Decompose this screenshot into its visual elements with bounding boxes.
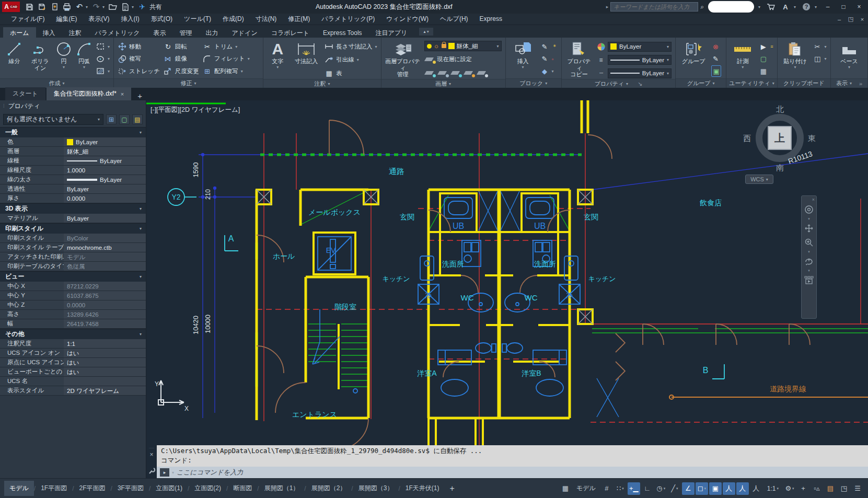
palette-row[interactable]: 透過性ByLayer — [0, 184, 146, 194]
copy-clip-button[interactable]: ◫▾ — [813, 53, 827, 65]
palette-row[interactable]: 印刷テーブルのタイプ色従属 — [0, 262, 146, 271]
open-folder-button[interactable] — [107, 2, 119, 12]
text-button[interactable]: A 文字 ▾ — [267, 39, 288, 70]
panel-label-utilities[interactable]: ユーティリティ▾ — [726, 78, 777, 88]
viewcube[interactable]: 上 北 西 東 南 — [754, 112, 806, 164]
annotation-autoscale-icon[interactable]: 人 — [736, 482, 749, 495]
layout-tab[interactable]: 立面図(1) — [151, 481, 188, 496]
save-as-button[interactable] — [36, 2, 48, 12]
palette-row[interactable]: 印刷スタイル テーブ...monochrome.ctb — [0, 243, 146, 252]
palette-row[interactable]: ビューポートごとの U...はい — [0, 367, 146, 377]
viewcube-west[interactable]: 西 — [743, 134, 751, 144]
layout-tab[interactable]: 1F天井伏(1) — [400, 481, 445, 496]
command-input[interactable]: ここにコマンドを入力 — [177, 468, 243, 477]
palette-row[interactable]: 中心 X87212.0229 — [0, 282, 146, 291]
new-layout-button[interactable]: + — [444, 484, 459, 493]
object-color-dropdown[interactable]: ByLayer▾ — [608, 42, 672, 52]
layout-tab[interactable]: 展開図（3） — [353, 481, 399, 496]
ellipse-button[interactable]: ▾ — [96, 53, 110, 65]
palette-row[interactable]: 幅26419.7458 — [0, 319, 146, 329]
rotate-button[interactable]: ↻回転 — [164, 41, 199, 52]
ortho-mode-icon[interactable]: ∟ — [641, 482, 654, 495]
menu-item[interactable]: 修正(M) — [282, 14, 316, 24]
palette-row[interactable]: 印刷スタイルByColor — [0, 234, 146, 243]
arc-button[interactable]: 円弧 ▾ — [76, 39, 92, 70]
menu-item[interactable]: 作成(D) — [217, 14, 250, 24]
palette-row[interactable]: 色ByLayer — [0, 137, 146, 147]
block-attributes-button[interactable]: ◆▾ — [540, 65, 558, 77]
menu-item[interactable]: パラメトリック(P) — [316, 14, 380, 24]
layout-tab[interactable]: 断面図 — [228, 481, 257, 496]
insert-block-button[interactable]: 挿入 ▾ — [510, 39, 537, 70]
menu-item[interactable]: 表示(V) — [83, 14, 115, 24]
minimize-button[interactable]: – — [821, 1, 835, 13]
table-button[interactable]: ▦表 — [325, 67, 377, 79]
ribbon-tab[interactable]: コラボレート — [264, 27, 316, 39]
viewport-label[interactable]: [-][平面図][2D ワイヤフレーム] — [151, 106, 240, 114]
scale-button[interactable]: 尺度変更 — [164, 65, 199, 77]
pickadd-toggle-button[interactable]: ⊞ — [106, 114, 117, 124]
crosshair-icon[interactable]: + — [797, 482, 809, 495]
panel-label-block[interactable]: ブロック▾ — [506, 78, 562, 88]
doc-minimize-button[interactable]: – — [834, 16, 845, 22]
graphics-performance-icon[interactable]: ▤ — [824, 482, 837, 495]
polar-tracking-icon[interactable]: ◷▾ — [655, 482, 667, 495]
qat-caret[interactable]: ▾ — [132, 5, 136, 9]
close-button[interactable]: × — [852, 1, 866, 13]
palette-row[interactable]: 線種尺度1.0000 — [0, 166, 146, 175]
dimension-button[interactable]: 寸法記入 — [292, 39, 321, 65]
quick-select-button[interactable]: ▶≡ — [759, 41, 773, 52]
layer-freeze-icon[interactable] — [437, 69, 449, 77]
save-button[interactable] — [23, 2, 36, 12]
palette-row[interactable]: マテリアルByLayer — [0, 214, 146, 223]
command-grip[interactable]: ∙∙∙∙∙∙ — [149, 446, 154, 449]
new-drawing-button[interactable] — [119, 2, 132, 12]
palette-section-header[interactable]: その他▾ — [0, 329, 146, 339]
help-search-input[interactable] — [610, 2, 698, 11]
tab-start[interactable]: スタート — [5, 87, 45, 100]
calculator-button[interactable]: ▦ — [759, 65, 773, 77]
palette-row[interactable]: 厚さ0.0000 — [0, 194, 146, 203]
account-caret[interactable]: ▾ — [758, 5, 762, 9]
menu-item[interactable]: ウィンドウ(W) — [380, 14, 434, 24]
polyline-button[interactable]: ポリライン — [29, 39, 52, 71]
array-button[interactable]: ⊞配列複写▾ — [203, 65, 250, 77]
layer-isolate-icon[interactable] — [424, 69, 436, 77]
panel-label-draw[interactable]: 作成▾ — [0, 78, 113, 88]
autocad-logo-icon[interactable]: ACAD — [2, 2, 20, 12]
help-icon[interactable]: ? — [800, 2, 813, 12]
edit-block-button[interactable]: ✎◦ — [540, 53, 558, 65]
clean-screen-icon[interactable]: ◳ — [838, 482, 850, 495]
selection-cycling-icon[interactable]: ▣ — [709, 482, 722, 495]
orbit-icon[interactable] — [804, 254, 814, 268]
doc-close-button[interactable]: × — [857, 16, 868, 22]
panel-label-annotation[interactable]: 注釈▾ — [263, 79, 380, 88]
command-wrench-icon[interactable] — [148, 467, 155, 478]
ribbon-tab[interactable]: 管理 — [173, 27, 199, 39]
lineweight-dropdown[interactable]: ByLayer▾ — [608, 55, 672, 65]
customization-menu-icon[interactable]: ☰ — [851, 482, 864, 495]
plot-button[interactable] — [61, 2, 73, 12]
layout-tab[interactable]: モデル — [4, 481, 34, 496]
menu-item[interactable]: ファイル(F) — [5, 14, 50, 24]
layout-tab[interactable]: 1F平面図 — [36, 481, 72, 496]
palette-row[interactable]: UCS アイコン オンはい — [0, 349, 146, 358]
search-flyout-icon[interactable]: ▸ — [606, 4, 609, 9]
linear-dimension-button[interactable]: 長さ寸法記入▾ — [325, 41, 377, 52]
panel-label-properties[interactable]: プロパティ▾↘ — [562, 79, 675, 88]
object-snap-icon[interactable]: ◻▾ — [696, 482, 708, 495]
viewcube-east[interactable]: 東 — [808, 134, 816, 144]
grid-display-icon[interactable]: # — [600, 482, 613, 495]
line-button[interactable]: 線分 — [4, 39, 25, 65]
panel-label-layers[interactable]: 画層▾ — [381, 79, 505, 88]
palette-section-header[interactable]: 一般▾ — [0, 127, 146, 137]
viewcube-north[interactable]: 北 — [776, 105, 784, 114]
selection-dropdown[interactable]: 何も選択されていません▾ — [3, 114, 103, 125]
viewcube-top-button[interactable]: 上 — [768, 126, 792, 150]
share-icon[interactable]: ✈ — [136, 2, 148, 12]
command-recent-caret[interactable]: ▾ — [172, 470, 174, 475]
pan-icon[interactable] — [804, 222, 814, 235]
cart-icon[interactable] — [765, 2, 777, 12]
layout-tab[interactable]: 3F平面図 — [112, 481, 149, 496]
ribbon-tab[interactable]: 注釈 — [62, 27, 88, 39]
